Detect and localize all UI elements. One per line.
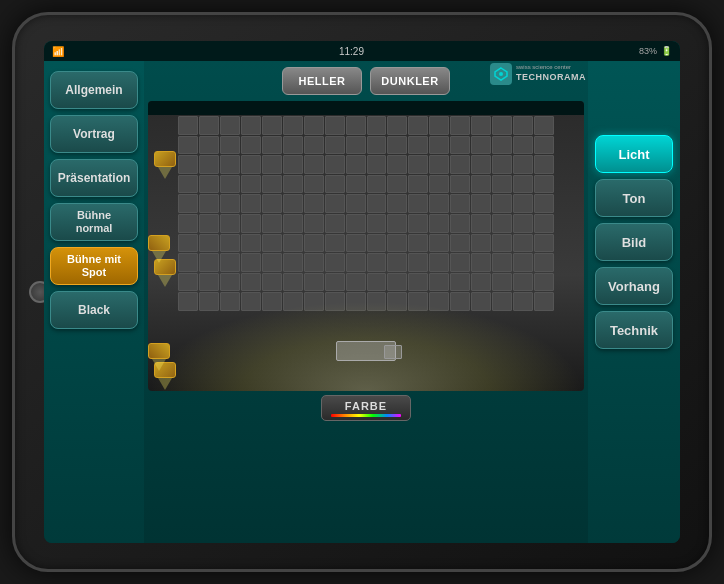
seat-44 — [346, 155, 366, 174]
seat-77 — [283, 194, 303, 213]
seat-62 — [346, 175, 366, 194]
seat-26 — [346, 136, 366, 155]
seat-160 — [513, 273, 533, 292]
nav-btn-allgemein[interactable]: Allgemein — [50, 71, 138, 109]
color-bar — [331, 414, 401, 417]
seat-20 — [220, 136, 240, 155]
right-btn-technik[interactable]: Technik — [595, 311, 673, 349]
nav-btn-black[interactable]: Black — [50, 291, 138, 329]
seat-161 — [534, 273, 554, 292]
seat-69 — [492, 175, 512, 194]
seat-51 — [492, 155, 512, 174]
seat-21 — [241, 136, 261, 155]
seat-156 — [429, 273, 449, 292]
right-sidebar: Licht Ton Bild Vorhang Technik — [588, 61, 680, 543]
right-btn-licht[interactable]: Licht — [595, 135, 673, 173]
seat-90 — [178, 214, 198, 233]
seat-143 — [534, 253, 554, 272]
seat-24 — [304, 136, 324, 155]
seat-68 — [471, 175, 491, 194]
nav-btn-buehne-normal[interactable]: Bühne normal — [50, 203, 138, 241]
seat-33 — [492, 136, 512, 155]
seat-57 — [241, 175, 261, 194]
seat-15 — [492, 116, 512, 135]
seat-122 — [471, 234, 491, 253]
seat-123 — [492, 234, 512, 253]
seat-127 — [199, 253, 219, 272]
seat-85 — [450, 194, 470, 213]
seat-23 — [283, 136, 303, 155]
seat-34 — [513, 136, 533, 155]
nav-btn-vortrag[interactable]: Vortrag — [50, 115, 138, 153]
seat-157 — [450, 273, 470, 292]
heller-button[interactable]: HELLER — [282, 67, 362, 95]
seat-31 — [450, 136, 470, 155]
seat-139 — [450, 253, 470, 272]
seat-98 — [346, 214, 366, 233]
seat-0 — [178, 116, 198, 135]
seat-82 — [387, 194, 407, 213]
center-area: swiss science center TECHNORAMA HELLER D… — [144, 61, 588, 543]
seat-8 — [346, 116, 366, 135]
seat-148 — [262, 273, 282, 292]
seat-50 — [471, 155, 491, 174]
seat-88 — [513, 194, 533, 213]
seat-107 — [534, 214, 554, 233]
seat-3 — [241, 116, 261, 135]
seat-42 — [304, 155, 324, 174]
seat-19 — [199, 136, 219, 155]
seat-17 — [534, 116, 554, 135]
seat-52 — [513, 155, 533, 174]
logo-text: swiss science center TECHNORAMA — [516, 64, 586, 83]
seat-102 — [429, 214, 449, 233]
seat-111 — [241, 234, 261, 253]
right-btn-bild[interactable]: Bild — [595, 223, 673, 261]
seat-140 — [471, 253, 491, 272]
seat-137 — [408, 253, 428, 272]
svg-point-1 — [499, 72, 503, 76]
seat-121 — [450, 234, 470, 253]
right-btn-ton[interactable]: Ton — [595, 179, 673, 217]
logo-area: swiss science center TECHNORAMA — [490, 63, 586, 85]
battery-icon: 🔋 — [661, 46, 672, 56]
seat-91 — [199, 214, 219, 233]
status-bar: 📶 11:29 83% 🔋 — [44, 41, 680, 61]
farbe-area: FARBE — [148, 391, 584, 425]
seat-113 — [283, 234, 303, 253]
seat-141 — [492, 253, 512, 272]
seat-4 — [262, 116, 282, 135]
seat-71 — [534, 175, 554, 194]
seat-118 — [387, 234, 407, 253]
screen: 📶 11:29 83% 🔋 Allgemein Vortrag Präsenta… — [44, 41, 680, 543]
seat-89 — [534, 194, 554, 213]
right-btn-vorhang[interactable]: Vorhang — [595, 267, 673, 305]
nav-btn-buehne-spot[interactable]: Bühne mit Spot — [50, 247, 138, 285]
dunkler-button[interactable]: DUNKLER — [370, 67, 450, 95]
spotlight-right-1 — [148, 235, 170, 263]
seat-61 — [325, 175, 345, 194]
seat-106 — [513, 214, 533, 233]
seat-56 — [220, 175, 240, 194]
seat-155 — [408, 273, 428, 292]
theater-visualization: // Generate 180 seats inline via JS afte… — [148, 101, 584, 539]
nav-btn-praesentation[interactable]: Präsentation — [50, 159, 138, 197]
seat-70 — [513, 175, 533, 194]
seat-154 — [387, 273, 407, 292]
seat-158 — [471, 273, 491, 292]
seat-103 — [450, 214, 470, 233]
seat-97 — [325, 214, 345, 233]
seat-150 — [304, 273, 324, 292]
seat-27 — [367, 136, 387, 155]
seat-58 — [262, 175, 282, 194]
seat-86 — [471, 194, 491, 213]
seat-48 — [429, 155, 449, 174]
seat-46 — [387, 155, 407, 174]
seat-109 — [199, 234, 219, 253]
seat-59 — [283, 175, 303, 194]
top-controls: HELLER DUNKLER — [282, 67, 450, 95]
seat-146 — [220, 273, 240, 292]
seat-22 — [262, 136, 282, 155]
seat-12 — [429, 116, 449, 135]
farbe-button[interactable]: FARBE — [321, 395, 411, 421]
seat-49 — [450, 155, 470, 174]
